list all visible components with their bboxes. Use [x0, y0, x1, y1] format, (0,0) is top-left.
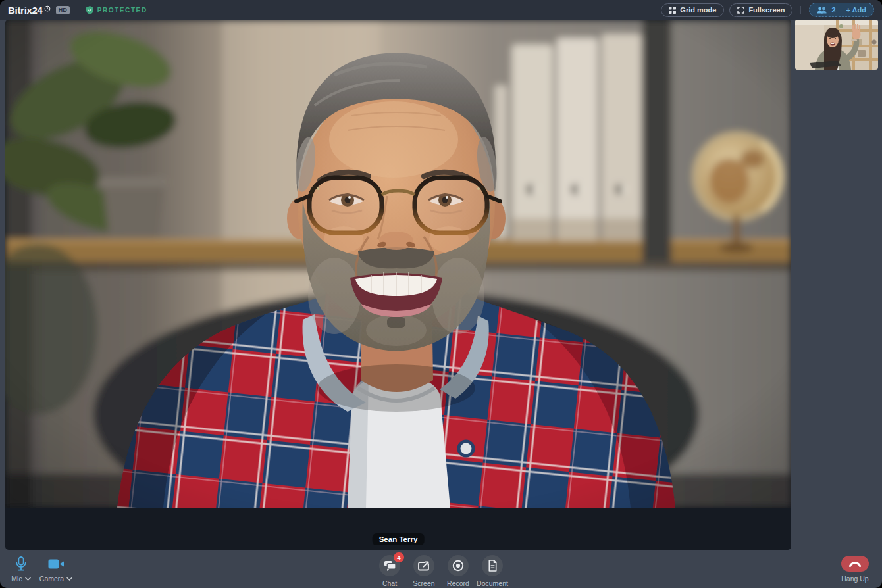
self-view-video — [795, 20, 878, 70]
center-controls: 4 Chat Screen — [373, 550, 509, 587]
chevron-down-icon — [25, 577, 31, 581]
document-label: Document — [477, 579, 508, 587]
chat-button[interactable]: 4 Chat — [373, 550, 407, 587]
document-button[interactable]: Document — [475, 550, 509, 587]
grid-mode-label: Grid mode — [680, 6, 716, 14]
fullscreen-label: Fullscreen — [748, 6, 785, 14]
screen-share-icon — [418, 560, 430, 571]
app-logo: Bitrix24 — [8, 5, 51, 15]
app-logo-text: Bitrix24 — [8, 5, 43, 15]
mic-label: Mic — [11, 575, 22, 583]
shield-icon — [86, 6, 93, 14]
hangup-label: Hang Up — [841, 575, 868, 583]
protected-label: PROTECTED — [97, 7, 147, 14]
hd-badge: HD — [56, 6, 70, 14]
hangup-icon — [848, 560, 862, 567]
people-icon — [817, 7, 827, 14]
clock-icon — [44, 5, 51, 12]
call-controls-bar: Mic Camera — [0, 550, 882, 588]
chevron-down-icon — [66, 577, 72, 581]
chat-unread-badge: 4 — [394, 552, 404, 562]
screen-share-label: Screen — [413, 579, 434, 587]
camera-label: Camera — [39, 575, 64, 583]
topbar: Bitrix24 HD PROTECTED Grid mode Fulls — [0, 0, 882, 20]
hangup-button[interactable]: Hang Up — [836, 550, 874, 583]
participants-button[interactable]: 2 + Add — [809, 3, 874, 17]
add-participant-label: + Add — [846, 6, 866, 14]
self-view-thumbnail[interactable] — [795, 20, 878, 70]
speaker-video-frame — [5, 20, 791, 508]
mic-button[interactable]: Mic — [7, 550, 36, 583]
participant-name: Sean Terry — [379, 535, 418, 543]
chat-label: Chat — [382, 579, 397, 587]
mic-icon — [14, 556, 28, 572]
document-icon — [488, 560, 498, 572]
topbar-divider — [78, 6, 78, 14]
chat-icon — [384, 560, 396, 572]
record-label: Record — [447, 579, 469, 587]
grid-icon — [669, 7, 676, 14]
fullscreen-icon — [737, 7, 744, 14]
camera-icon — [48, 558, 65, 570]
screen-share-button[interactable]: Screen — [407, 550, 441, 587]
participants-divider — [841, 7, 842, 14]
participant-name-badge: Sean Terry — [373, 533, 425, 545]
camera-button[interactable]: Camera — [37, 550, 75, 583]
record-icon — [452, 560, 464, 572]
participants-count: 2 — [831, 6, 835, 14]
grid-mode-button[interactable]: Grid mode — [661, 3, 724, 17]
hangup-pill — [841, 556, 869, 572]
main-video-feed: Sean Terry — [5, 20, 791, 550]
fullscreen-button[interactable]: Fullscreen — [729, 3, 792, 17]
video-call-window: Bitrix24 HD PROTECTED Grid mode Fulls — [0, 0, 882, 588]
topbar-divider — [800, 6, 801, 14]
record-button[interactable]: Record — [441, 550, 475, 587]
